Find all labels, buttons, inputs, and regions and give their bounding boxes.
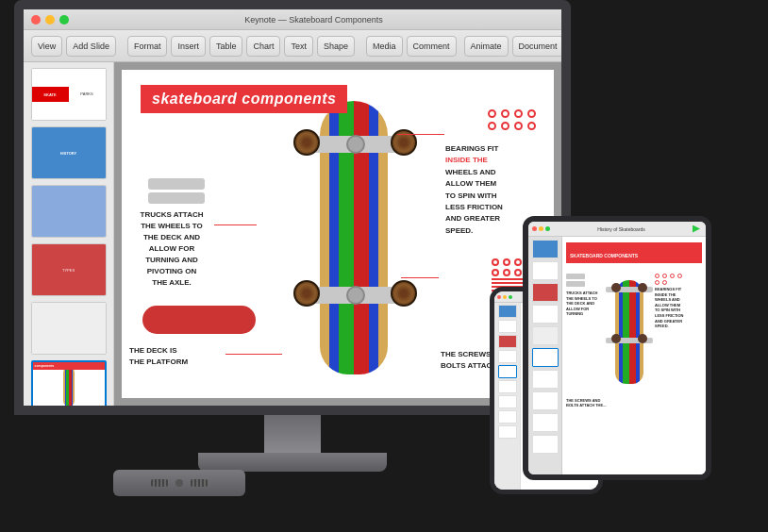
truck-top xyxy=(301,136,409,153)
keynote-titlebar: Keynote — Skateboard Components xyxy=(24,9,561,30)
thumb-inner-4: TYPES xyxy=(32,244,106,295)
keynote-toolbar: View Add Slide Format Insert Table Chart… xyxy=(24,30,561,62)
toolbar-shape[interactable]: Shape xyxy=(317,36,355,57)
tablet-wheel-4 xyxy=(638,334,647,343)
phone-maximize xyxy=(509,295,512,299)
tablet-mini-deck xyxy=(615,280,643,384)
axle-bottom xyxy=(346,286,365,305)
screw-dot-5 xyxy=(492,269,499,276)
tablet-wheel-2 xyxy=(638,283,647,292)
truck-icon-bar1 xyxy=(148,178,205,190)
deck-annotation: THE DECK ISTHE PLATFORM xyxy=(129,345,188,368)
bearing-dot-4 xyxy=(527,109,536,118)
thumb-inner-6: components xyxy=(33,362,105,406)
t-bd-2 xyxy=(662,274,667,278)
tablet-thumb-2[interactable] xyxy=(532,261,559,280)
bearing-dot-3 xyxy=(514,109,523,118)
phone-thumb-1[interactable] xyxy=(498,305,517,318)
toolbar-chart[interactable]: Chart xyxy=(246,36,280,57)
tablet-thumb-4[interactable] xyxy=(532,305,559,324)
window-title: Keynote — Skateboard Components xyxy=(74,15,554,25)
thumb-inner-1: SKATE PARKS xyxy=(32,69,106,120)
toolbar-view[interactable]: View xyxy=(31,36,62,57)
tablet-thumb-5[interactable] xyxy=(532,326,559,345)
thumb-inner-5 xyxy=(32,303,106,354)
screws-line xyxy=(401,277,439,278)
tablet-main: SKATEBOARD COMPONENTS TRUCKS ATTACHTHE W… xyxy=(562,237,706,474)
phone-sidebar xyxy=(494,303,521,490)
slide-thumb-2[interactable]: HISTORY xyxy=(31,126,107,179)
keynote-app: Keynote — Skateboard Components View Add… xyxy=(24,9,561,406)
tablet-play-icon[interactable] xyxy=(693,225,700,233)
screw-dot-6 xyxy=(503,269,510,276)
monitor-neck xyxy=(264,415,321,453)
truck-icon-area xyxy=(148,178,205,204)
tablet-left-annotation: TRUCKS ATTACHTHE WHEELS TOTHE DECK ANDAL… xyxy=(566,266,604,398)
truck-bottom xyxy=(301,287,409,304)
wheel-top-left xyxy=(293,129,320,156)
phone-thumb-7[interactable] xyxy=(498,395,517,408)
bearing-dot-6 xyxy=(501,122,509,130)
toolbar-comment[interactable]: Comment xyxy=(407,36,457,57)
t-bd-1 xyxy=(655,274,659,278)
bearing-dot-8 xyxy=(527,122,536,130)
mac-mini-button xyxy=(175,479,183,487)
toolbar-animate[interactable]: Animate xyxy=(464,36,509,57)
slide-thumb-5[interactable] xyxy=(31,302,107,355)
phone-thumb-3[interactable] xyxy=(498,335,517,348)
slide-thumb-4[interactable]: TYPES xyxy=(31,243,107,296)
t-bd-3 xyxy=(670,274,675,278)
t-bd-5 xyxy=(655,280,659,285)
tablet-sidebar xyxy=(528,237,562,474)
monitor-base xyxy=(198,453,387,472)
screw-dot-2 xyxy=(503,258,510,266)
tablet-thumb-1[interactable] xyxy=(532,240,559,258)
toolbar-insert[interactable]: Insert xyxy=(171,36,206,57)
monitor-stand xyxy=(198,415,387,472)
tablet-title: History of Skateboards xyxy=(552,226,691,232)
tablet-right-annotation: BEARINGS FITINSIDE THEWHEELS ANDALLOW TH… xyxy=(655,266,702,398)
tablet-close xyxy=(532,226,537,231)
slide-thumb-3[interactable] xyxy=(31,185,107,238)
tablet-thumb-6[interactable] xyxy=(532,348,559,367)
minimize-button[interactable] xyxy=(45,15,55,25)
phone-thumb-2[interactable] xyxy=(498,320,517,333)
trucks-line xyxy=(214,224,257,225)
phone-thumb-4[interactable] xyxy=(498,350,517,363)
phone-thumb-6[interactable] xyxy=(498,380,517,393)
tablet-thumb-8[interactable] xyxy=(532,391,559,410)
screw-dot-1 xyxy=(492,258,499,266)
wheel-bottom-right xyxy=(391,280,417,307)
tablet-wheel-1 xyxy=(611,283,621,292)
slide-panel[interactable]: SKATE PARKS HISTORY xyxy=(24,62,114,406)
tablet[interactable]: History of Skateboards SKATEBOARD COMPON… xyxy=(523,216,711,480)
toolbar-table[interactable]: Table xyxy=(209,36,243,57)
tablet-thumb-3[interactable] xyxy=(532,283,559,302)
inside-the-text: INSIDE THE xyxy=(445,156,488,164)
keynote-body: SKATE PARKS HISTORY xyxy=(24,62,561,406)
phone-close xyxy=(497,295,501,299)
deck-line xyxy=(225,354,282,355)
tablet-content: SKATEBOARD COMPONENTS TRUCKS ATTACHTHE W… xyxy=(528,237,706,474)
mac-mini-vent-right xyxy=(191,479,208,487)
tablet-wheel-3 xyxy=(611,334,621,343)
slide-thumb-1[interactable]: SKATE PARKS xyxy=(31,68,107,121)
close-button[interactable] xyxy=(31,15,41,25)
slide-thumb-6[interactable]: components xyxy=(31,360,107,406)
tablet-thumb-7[interactable] xyxy=(532,370,559,389)
maximize-button[interactable] xyxy=(59,15,69,25)
phone-minimize xyxy=(503,295,507,299)
phone-thumb-8[interactable] xyxy=(498,410,517,424)
tablet-deck-center xyxy=(608,266,651,398)
skateboard-deck xyxy=(312,84,397,395)
toolbar-format[interactable]: Format xyxy=(127,36,168,57)
phone-thumb-5[interactable] xyxy=(498,365,517,378)
tablet-thumb-10[interactable] xyxy=(532,435,559,454)
toolbar-add-slide[interactable]: Add Slide xyxy=(66,36,116,57)
toolbar-document[interactable]: Document xyxy=(512,36,564,57)
toolbar-media[interactable]: Media xyxy=(366,36,403,57)
tablet-thumb-9[interactable] xyxy=(532,413,559,432)
t-bd-4 xyxy=(677,274,682,278)
toolbar-text[interactable]: Text xyxy=(284,36,313,57)
phone-thumb-9[interactable] xyxy=(498,425,517,439)
